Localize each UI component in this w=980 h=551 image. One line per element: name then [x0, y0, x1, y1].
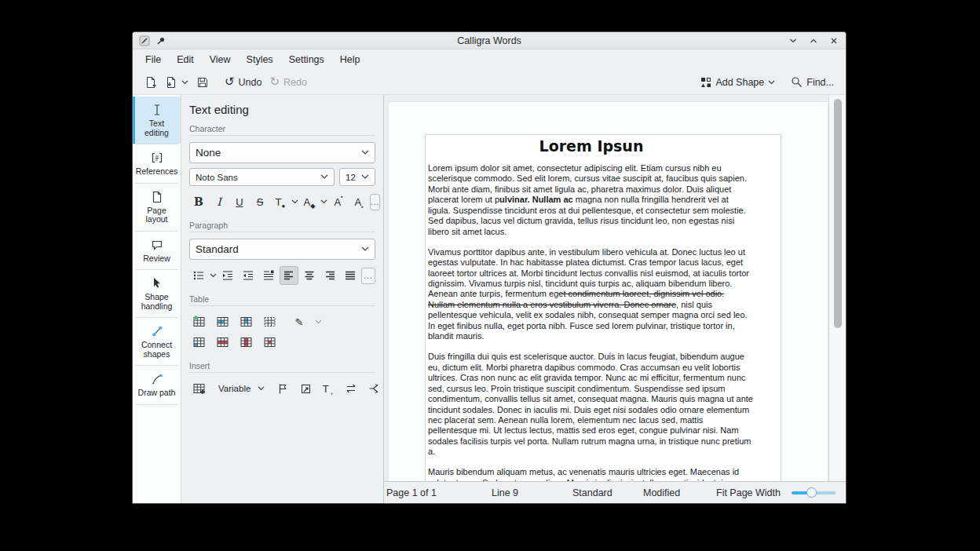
font-color-dropdown[interactable] [291, 199, 298, 204]
insert-index-button[interactable]: T＋ [319, 379, 338, 398]
font-family-dropdown[interactable]: Noto Sans [189, 168, 335, 186]
menu-settings[interactable]: Settings [281, 52, 332, 68]
insert-table-small-button[interactable] [189, 379, 208, 398]
flag-icon [277, 383, 289, 395]
open-dropdown-chevron-icon [181, 80, 188, 85]
delete-column-button[interactable] [236, 333, 255, 352]
variable-dropdown-label[interactable]: Variable [212, 384, 254, 393]
insert-frame-break-button[interactable] [296, 379, 315, 398]
delete-row-button[interactable] [213, 333, 232, 352]
document-title: Lorem Ipsun [428, 137, 755, 155]
border-pen-dropdown[interactable] [313, 319, 323, 324]
maximize-button[interactable] [808, 35, 819, 46]
character-more-button[interactable]: ... [370, 194, 380, 210]
indent-increase-button[interactable] [218, 266, 237, 285]
table-borders-button[interactable] [260, 312, 279, 331]
align-center-button[interactable] [300, 266, 319, 285]
document-page[interactable]: Lorem Ipsun Lorem ipsum dolor sit amet, … [388, 101, 828, 481]
document-paragraph[interactable]: Lorem ipsum dolor sit amet, consectetur … [428, 163, 753, 237]
font-size-dropdown[interactable]: 12 [339, 168, 375, 186]
menu-help[interactable]: Help [332, 52, 368, 68]
list-style-button[interactable] [189, 266, 208, 285]
document-paragraph[interactable]: Mauris bibendum aliquam metus, ac venena… [428, 467, 753, 481]
modified-indicator[interactable]: Modified [643, 487, 680, 498]
highlight-dot-icon: ◆ [310, 203, 315, 210]
sidebar-item-shape-handling[interactable]: Shape handling [133, 270, 181, 317]
insert-tab-arrows-button[interactable] [342, 379, 360, 398]
character-style-dropdown[interactable]: None [189, 142, 375, 163]
list-style-dropdown[interactable] [210, 273, 217, 278]
new-document-button[interactable] [141, 73, 161, 92]
sidebar-item-page-layout[interactable]: Page layout [133, 184, 181, 231]
sidebar-item-text-editing[interactable]: Text editing [133, 97, 181, 144]
highlight-color-dropdown[interactable] [320, 199, 327, 204]
align-right-button[interactable] [320, 266, 339, 285]
border-pen-button[interactable]: ✎ [290, 312, 309, 331]
menu-edit[interactable]: Edit [169, 52, 202, 68]
page-indicator[interactable]: Page 1 of 1 [386, 487, 437, 498]
insert-table-button[interactable] [189, 312, 208, 331]
zoom-mode-indicator[interactable]: Fit Page Width [716, 487, 781, 498]
document-paragraphs: Lorem ipsum dolor sit amet, consectetur … [428, 163, 778, 481]
italic-button[interactable]: I [210, 192, 229, 211]
variable-dropdown[interactable] [258, 386, 265, 391]
add-shape-button[interactable]: Add Shape [697, 74, 779, 91]
align-right-icon [324, 269, 336, 282]
align-left-button[interactable] [280, 266, 298, 285]
close-button[interactable] [828, 35, 839, 46]
zoom-slider[interactable] [792, 487, 836, 498]
paragraph-style-dropdown[interactable]: Standard [189, 239, 375, 260]
minimize-button[interactable] [788, 35, 799, 46]
bold-button[interactable]: B [189, 192, 208, 211]
first-line-indent-button[interactable] [259, 266, 278, 285]
paragraph-more-button[interactable]: ... [361, 268, 375, 284]
split-cells-button[interactable] [189, 333, 208, 352]
align-justify-button[interactable] [341, 266, 360, 285]
font-color-button[interactable]: T● [271, 192, 290, 211]
menu-view[interactable]: View [202, 52, 239, 68]
open-document-button[interactable] [161, 73, 192, 92]
text-frame[interactable]: Lorem Ipsun Lorem ipsum dolor sit amet, … [425, 134, 781, 481]
sidebar-item-connect-shapes[interactable]: Connect shapes [133, 318, 181, 365]
insert-bookmark-button[interactable] [273, 379, 292, 398]
menu-styles[interactable]: Styles [239, 52, 281, 68]
insert-row-button[interactable] [213, 312, 232, 331]
redo-icon: ↻ [269, 76, 280, 88]
superscript-button[interactable]: A▪ [329, 192, 348, 211]
table-row-1: ✎ [189, 312, 375, 331]
titlebar[interactable]: Calligra Words [133, 32, 846, 49]
insert-split-button[interactable] [364, 379, 383, 398]
sidebar-item-review[interactable]: Review [133, 232, 181, 270]
redo-button[interactable]: ↻ Redo [265, 73, 310, 91]
chevron-down-icon [258, 386, 265, 391]
indent-decrease-button[interactable] [239, 266, 258, 285]
zoom-slider-handle[interactable] [806, 487, 817, 498]
indent-increase-icon [221, 269, 234, 282]
document-paragraph[interactable]: Duis fringilla dui quis est scelerisque … [428, 352, 753, 458]
sidebar-item-references[interactable]: References [133, 144, 181, 183]
line-indicator[interactable]: Line 9 [492, 487, 518, 498]
strikethrough-button[interactable]: S [250, 192, 269, 211]
document-paragraph[interactable]: Vivamus porttitor dapibus ante, in vesti… [428, 247, 753, 342]
add-shape-chevron-icon [768, 80, 775, 85]
window-controls [788, 35, 839, 46]
style-indicator[interactable]: Standard [572, 487, 612, 498]
undo-button[interactable]: ↺ Undo [221, 73, 265, 91]
highlight-color-button[interactable]: A◆ [300, 192, 319, 211]
pin-icon[interactable] [156, 36, 166, 46]
document-column: Lorem Ipsun Lorem ipsum dolor sit amet, … [384, 95, 846, 503]
scrollbar-thumb[interactable] [834, 99, 842, 328]
find-label: Find... [806, 77, 834, 88]
vertical-scrollbar[interactable] [828, 95, 846, 481]
underline-button[interactable]: U [230, 192, 249, 211]
color-dot-icon: ● [282, 203, 286, 210]
sidebar-item-draw-path[interactable]: Draw path [133, 366, 181, 404]
section-divider [189, 372, 375, 373]
menu-file[interactable]: File [137, 52, 169, 68]
chevron-down-icon [315, 319, 322, 324]
find-button[interactable]: Find... [787, 73, 838, 91]
delete-table-button[interactable] [260, 333, 279, 352]
save-button[interactable] [192, 73, 213, 92]
subscript-button[interactable]: A▪ [349, 192, 368, 211]
insert-column-button[interactable] [236, 312, 255, 331]
